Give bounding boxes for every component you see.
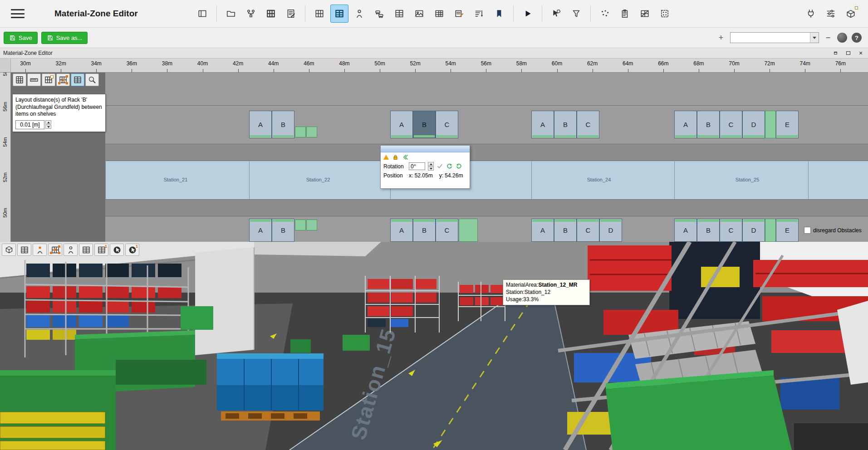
rack-outline-button[interactable] xyxy=(310,5,329,23)
rack-cell[interactable]: B xyxy=(413,219,436,242)
rack-grid-button[interactable] xyxy=(79,244,93,256)
save-button[interactable]: Save xyxy=(4,32,38,44)
layout-panel-button[interactable] xyxy=(193,5,211,23)
nav-orbit-badge-button[interactable]: 1 xyxy=(125,244,139,256)
rack-cell[interactable]: E xyxy=(776,219,799,242)
open-folder-button[interactable] xyxy=(222,5,240,23)
3d-viewport[interactable]: Station_15 xyxy=(0,242,868,450)
form-edit-button[interactable] xyxy=(450,5,468,23)
disregard-obstacles-checkbox[interactable] xyxy=(804,227,811,234)
rack-cell[interactable]: D xyxy=(742,111,765,138)
close-window-button[interactable]: × xyxy=(857,50,864,56)
nav-orbit-button[interactable] xyxy=(110,244,124,256)
2d-editor-viewport[interactable]: Layout distance(s) of Rack 'B' (Durchlau… xyxy=(11,73,868,242)
zoom-out-button[interactable]: − xyxy=(824,33,833,43)
rack-cell[interactable]: C xyxy=(577,219,599,242)
lock-icon[interactable] xyxy=(392,154,399,161)
rack-columns-button[interactable] xyxy=(71,73,84,86)
window-titlebar[interactable]: Material-Zone Editor × xyxy=(0,48,868,59)
rack-cell[interactable]: C xyxy=(720,111,742,138)
rack-cell[interactable]: B xyxy=(554,111,577,138)
chevron-down-icon[interactable] xyxy=(810,33,819,43)
maximize-window-button[interactable] xyxy=(844,50,852,56)
rack-cell[interactable]: B xyxy=(272,111,294,138)
zoom-in-button[interactable]: + xyxy=(716,33,726,43)
rack-cell[interactable]: A xyxy=(674,111,697,138)
rotate-cw-icon[interactable] xyxy=(456,163,462,170)
rack-cell[interactable]: B xyxy=(413,111,436,138)
traffic-button[interactable] xyxy=(370,5,388,23)
menu-button[interactable] xyxy=(10,8,25,20)
help-button[interactable]: ? xyxy=(852,33,862,43)
rotation-spin-down[interactable] xyxy=(428,166,434,171)
green-marker[interactable] xyxy=(306,220,317,230)
sort-button[interactable] xyxy=(470,5,488,23)
confirm-check-icon[interactable] xyxy=(436,163,443,170)
search-button[interactable] xyxy=(85,73,99,86)
rack-cell[interactable]: C xyxy=(436,219,458,242)
green-marker[interactable] xyxy=(295,220,306,230)
rack-cell[interactable]: A xyxy=(249,219,272,242)
select-region-button[interactable] xyxy=(656,5,674,23)
rack-cell[interactable]: A xyxy=(531,111,554,138)
rack-cell[interactable]: A xyxy=(531,219,554,242)
rack-person-button[interactable] xyxy=(350,5,368,23)
run-button[interactable] xyxy=(519,5,537,23)
rack-cell[interactable]: B xyxy=(697,219,720,242)
green-marker[interactable] xyxy=(295,127,306,137)
rack-grid-badge-button[interactable]: 1 xyxy=(94,244,108,256)
undo-arrows-icon[interactable] xyxy=(402,154,409,161)
avatar-walk-button[interactable] xyxy=(33,244,47,256)
rack-cell[interactable]: B xyxy=(272,219,294,242)
green-marker[interactable] xyxy=(306,127,317,137)
bookmark-button[interactable] xyxy=(490,5,508,23)
table-button[interactable] xyxy=(430,5,448,23)
rack-columns-button[interactable] xyxy=(17,244,31,256)
package-button[interactable] xyxy=(842,5,860,23)
material-zone-editor-button[interactable] xyxy=(330,5,348,23)
view-cube-button[interactable] xyxy=(2,244,16,256)
report-button[interactable] xyxy=(282,5,300,23)
rack-cell[interactable]: E xyxy=(776,111,799,138)
green-rack-cell[interactable] xyxy=(459,219,478,242)
transform-panel[interactable]: Rotation Position x: 52.05m y: 54.26m xyxy=(380,145,470,189)
rack-cell[interactable]: A xyxy=(390,111,413,138)
rack-cell[interactable]: C xyxy=(577,111,599,138)
rack-cell[interactable]: A xyxy=(390,219,413,242)
rack-select-button[interactable] xyxy=(56,73,70,86)
green-rack-cell[interactable] xyxy=(765,219,776,242)
object-flow-button[interactable] xyxy=(242,5,260,23)
rack-cell[interactable]: B xyxy=(697,111,720,138)
grid-button[interactable] xyxy=(13,73,26,86)
green-rack-cell[interactable] xyxy=(765,111,776,138)
spin-down-button[interactable] xyxy=(45,125,51,129)
rack-cell[interactable]: C xyxy=(720,219,742,242)
spin-up-button[interactable] xyxy=(45,120,51,124)
rack-cell[interactable]: D xyxy=(599,219,622,242)
scatter-button[interactable] xyxy=(596,5,614,23)
rack-group-button[interactable] xyxy=(390,5,408,23)
restore-window-button[interactable] xyxy=(832,50,839,56)
save-as-button[interactable]: Save as... xyxy=(41,32,88,44)
rotation-spin-up[interactable] xyxy=(428,162,434,166)
clipboard-button[interactable] xyxy=(616,5,634,23)
rotate-ccw-icon[interactable] xyxy=(446,163,453,170)
rack-cell[interactable]: B xyxy=(554,219,577,242)
rack-tool-button[interactable] xyxy=(262,5,280,23)
filter-button[interactable] xyxy=(567,5,585,23)
transform-panel-titlebar[interactable] xyxy=(381,146,470,152)
connector-button[interactable] xyxy=(802,5,820,23)
rotation-input[interactable] xyxy=(409,162,425,170)
person-button[interactable] xyxy=(64,244,78,256)
rack-cell[interactable]: C xyxy=(436,111,458,138)
view-selector-input[interactable] xyxy=(731,33,810,43)
rack-select-button[interactable] xyxy=(48,244,62,256)
plan-grid-button[interactable] xyxy=(636,5,654,23)
rack-cell[interactable]: D xyxy=(742,219,765,242)
pointer-mode-button[interactable] xyxy=(547,5,565,23)
layout-distance-input[interactable] xyxy=(15,120,44,129)
snapshot-button[interactable] xyxy=(410,5,428,23)
globe-icon[interactable] xyxy=(837,33,847,43)
rack-cell[interactable]: A xyxy=(674,219,697,242)
rack-badge-button[interactable] xyxy=(42,73,55,86)
